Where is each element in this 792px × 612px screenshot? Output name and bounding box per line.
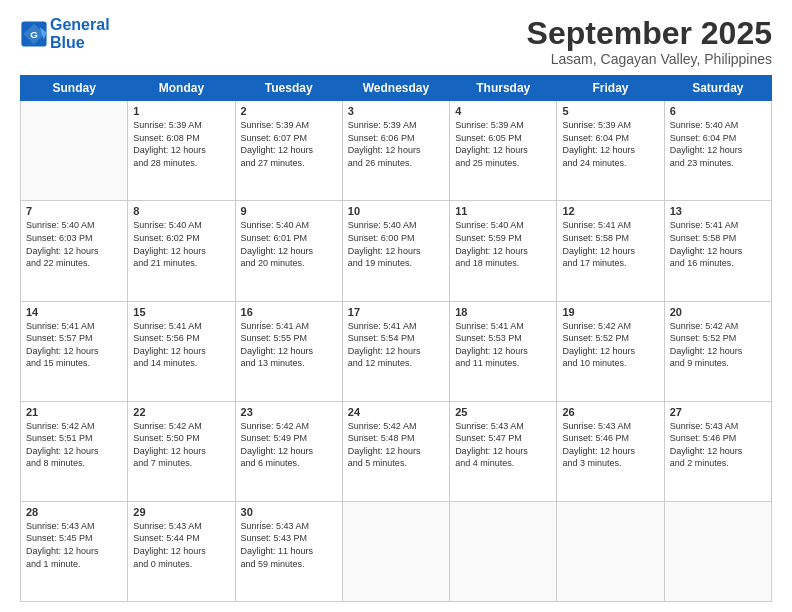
day-number: 7 xyxy=(26,205,122,217)
calendar-day: 29Sunrise: 5:43 AM Sunset: 5:44 PM Dayli… xyxy=(128,501,235,601)
logo-icon: G xyxy=(20,20,48,48)
day-number: 20 xyxy=(670,306,766,318)
header: G General Blue September 2025 Lasam, Cag… xyxy=(20,16,772,67)
day-info: Sunrise: 5:41 AM Sunset: 5:56 PM Dayligh… xyxy=(133,320,229,370)
col-tuesday: Tuesday xyxy=(235,76,342,101)
svg-text:G: G xyxy=(30,29,38,40)
calendar-day xyxy=(450,501,557,601)
calendar-header-row: Sunday Monday Tuesday Wednesday Thursday… xyxy=(21,76,772,101)
day-number: 26 xyxy=(562,406,658,418)
day-number: 19 xyxy=(562,306,658,318)
col-saturday: Saturday xyxy=(664,76,771,101)
day-info: Sunrise: 5:40 AM Sunset: 5:59 PM Dayligh… xyxy=(455,219,551,269)
calendar-day xyxy=(342,501,449,601)
calendar-day: 23Sunrise: 5:42 AM Sunset: 5:49 PM Dayli… xyxy=(235,401,342,501)
day-number: 18 xyxy=(455,306,551,318)
day-info: Sunrise: 5:42 AM Sunset: 5:49 PM Dayligh… xyxy=(241,420,337,470)
calendar-day: 6Sunrise: 5:40 AM Sunset: 6:04 PM Daylig… xyxy=(664,101,771,201)
day-info: Sunrise: 5:43 AM Sunset: 5:47 PM Dayligh… xyxy=(455,420,551,470)
calendar-day: 27Sunrise: 5:43 AM Sunset: 5:46 PM Dayli… xyxy=(664,401,771,501)
day-info: Sunrise: 5:42 AM Sunset: 5:48 PM Dayligh… xyxy=(348,420,444,470)
calendar-day: 22Sunrise: 5:42 AM Sunset: 5:50 PM Dayli… xyxy=(128,401,235,501)
calendar-day: 21Sunrise: 5:42 AM Sunset: 5:51 PM Dayli… xyxy=(21,401,128,501)
calendar-day: 10Sunrise: 5:40 AM Sunset: 6:00 PM Dayli… xyxy=(342,201,449,301)
calendar-day: 18Sunrise: 5:41 AM Sunset: 5:53 PM Dayli… xyxy=(450,301,557,401)
col-friday: Friday xyxy=(557,76,664,101)
day-number: 30 xyxy=(241,506,337,518)
location: Lasam, Cagayan Valley, Philippines xyxy=(527,51,772,67)
calendar-day xyxy=(557,501,664,601)
col-monday: Monday xyxy=(128,76,235,101)
day-info: Sunrise: 5:43 AM Sunset: 5:45 PM Dayligh… xyxy=(26,520,122,570)
day-number: 23 xyxy=(241,406,337,418)
day-number: 9 xyxy=(241,205,337,217)
day-info: Sunrise: 5:39 AM Sunset: 6:08 PM Dayligh… xyxy=(133,119,229,169)
calendar-day: 14Sunrise: 5:41 AM Sunset: 5:57 PM Dayli… xyxy=(21,301,128,401)
calendar-day: 30Sunrise: 5:43 AM Sunset: 5:43 PM Dayli… xyxy=(235,501,342,601)
day-info: Sunrise: 5:41 AM Sunset: 5:55 PM Dayligh… xyxy=(241,320,337,370)
day-number: 28 xyxy=(26,506,122,518)
day-number: 17 xyxy=(348,306,444,318)
day-info: Sunrise: 5:43 AM Sunset: 5:46 PM Dayligh… xyxy=(670,420,766,470)
day-number: 25 xyxy=(455,406,551,418)
col-wednesday: Wednesday xyxy=(342,76,449,101)
calendar-day: 17Sunrise: 5:41 AM Sunset: 5:54 PM Dayli… xyxy=(342,301,449,401)
day-info: Sunrise: 5:43 AM Sunset: 5:43 PM Dayligh… xyxy=(241,520,337,570)
day-number: 27 xyxy=(670,406,766,418)
day-info: Sunrise: 5:41 AM Sunset: 5:58 PM Dayligh… xyxy=(670,219,766,269)
page: G General Blue September 2025 Lasam, Cag… xyxy=(0,0,792,612)
calendar-day: 15Sunrise: 5:41 AM Sunset: 5:56 PM Dayli… xyxy=(128,301,235,401)
calendar-day: 12Sunrise: 5:41 AM Sunset: 5:58 PM Dayli… xyxy=(557,201,664,301)
day-info: Sunrise: 5:42 AM Sunset: 5:51 PM Dayligh… xyxy=(26,420,122,470)
calendar-week-2: 7Sunrise: 5:40 AM Sunset: 6:03 PM Daylig… xyxy=(21,201,772,301)
calendar-day: 5Sunrise: 5:39 AM Sunset: 6:04 PM Daylig… xyxy=(557,101,664,201)
day-info: Sunrise: 5:41 AM Sunset: 5:58 PM Dayligh… xyxy=(562,219,658,269)
calendar-day: 9Sunrise: 5:40 AM Sunset: 6:01 PM Daylig… xyxy=(235,201,342,301)
day-info: Sunrise: 5:42 AM Sunset: 5:52 PM Dayligh… xyxy=(562,320,658,370)
day-number: 1 xyxy=(133,105,229,117)
calendar-day: 1Sunrise: 5:39 AM Sunset: 6:08 PM Daylig… xyxy=(128,101,235,201)
day-number: 10 xyxy=(348,205,444,217)
day-number: 12 xyxy=(562,205,658,217)
day-info: Sunrise: 5:42 AM Sunset: 5:52 PM Dayligh… xyxy=(670,320,766,370)
day-info: Sunrise: 5:39 AM Sunset: 6:05 PM Dayligh… xyxy=(455,119,551,169)
calendar-week-3: 14Sunrise: 5:41 AM Sunset: 5:57 PM Dayli… xyxy=(21,301,772,401)
title-block: September 2025 Lasam, Cagayan Valley, Ph… xyxy=(527,16,772,67)
day-number: 4 xyxy=(455,105,551,117)
month-title: September 2025 xyxy=(527,16,772,51)
day-number: 3 xyxy=(348,105,444,117)
day-info: Sunrise: 5:40 AM Sunset: 6:03 PM Dayligh… xyxy=(26,219,122,269)
day-info: Sunrise: 5:40 AM Sunset: 6:04 PM Dayligh… xyxy=(670,119,766,169)
day-info: Sunrise: 5:42 AM Sunset: 5:50 PM Dayligh… xyxy=(133,420,229,470)
day-number: 11 xyxy=(455,205,551,217)
day-info: Sunrise: 5:39 AM Sunset: 6:06 PM Dayligh… xyxy=(348,119,444,169)
day-number: 14 xyxy=(26,306,122,318)
day-info: Sunrise: 5:39 AM Sunset: 6:07 PM Dayligh… xyxy=(241,119,337,169)
day-info: Sunrise: 5:41 AM Sunset: 5:53 PM Dayligh… xyxy=(455,320,551,370)
day-info: Sunrise: 5:40 AM Sunset: 6:01 PM Dayligh… xyxy=(241,219,337,269)
calendar-day: 2Sunrise: 5:39 AM Sunset: 6:07 PM Daylig… xyxy=(235,101,342,201)
calendar-day: 3Sunrise: 5:39 AM Sunset: 6:06 PM Daylig… xyxy=(342,101,449,201)
calendar-day xyxy=(664,501,771,601)
calendar-day: 8Sunrise: 5:40 AM Sunset: 6:02 PM Daylig… xyxy=(128,201,235,301)
calendar-day: 13Sunrise: 5:41 AM Sunset: 5:58 PM Dayli… xyxy=(664,201,771,301)
col-sunday: Sunday xyxy=(21,76,128,101)
col-thursday: Thursday xyxy=(450,76,557,101)
day-number: 5 xyxy=(562,105,658,117)
logo: G General Blue xyxy=(20,16,110,51)
day-number: 13 xyxy=(670,205,766,217)
day-info: Sunrise: 5:43 AM Sunset: 5:44 PM Dayligh… xyxy=(133,520,229,570)
calendar-day: 26Sunrise: 5:43 AM Sunset: 5:46 PM Dayli… xyxy=(557,401,664,501)
logo-text: General Blue xyxy=(50,16,110,51)
day-number: 6 xyxy=(670,105,766,117)
day-number: 24 xyxy=(348,406,444,418)
calendar-day: 11Sunrise: 5:40 AM Sunset: 5:59 PM Dayli… xyxy=(450,201,557,301)
calendar-week-5: 28Sunrise: 5:43 AM Sunset: 5:45 PM Dayli… xyxy=(21,501,772,601)
day-number: 16 xyxy=(241,306,337,318)
day-info: Sunrise: 5:39 AM Sunset: 6:04 PM Dayligh… xyxy=(562,119,658,169)
calendar-table: Sunday Monday Tuesday Wednesday Thursday… xyxy=(20,75,772,602)
day-number: 15 xyxy=(133,306,229,318)
day-info: Sunrise: 5:41 AM Sunset: 5:54 PM Dayligh… xyxy=(348,320,444,370)
calendar-day: 7Sunrise: 5:40 AM Sunset: 6:03 PM Daylig… xyxy=(21,201,128,301)
day-number: 2 xyxy=(241,105,337,117)
